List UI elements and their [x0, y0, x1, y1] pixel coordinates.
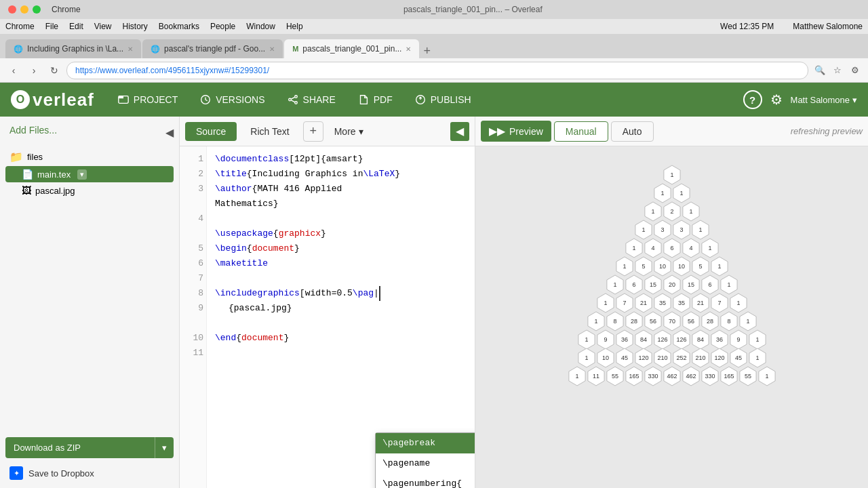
preview-button[interactable]: ▶▶ Preview — [481, 121, 551, 142]
richtext-tab[interactable]: Rich Text — [239, 122, 300, 141]
svg-text:84: 84 — [696, 336, 703, 343]
svg-text:1: 1 — [698, 226, 702, 233]
tab-close-3[interactable]: ✕ — [406, 45, 411, 53]
menu-view[interactable]: View — [94, 22, 112, 31]
dropbox-icon: ✦ — [9, 466, 23, 480]
code-line-1: \documentclass[12pt]{amsart} — [215, 152, 467, 167]
svg-text:4: 4 — [689, 245, 692, 251]
pascal-jpg-file[interactable]: 🖼 pascal.jpg — [5, 182, 174, 199]
search-icon[interactable]: 🔍 — [812, 63, 827, 78]
file-menu-icon[interactable]: ▾ — [77, 169, 87, 180]
user-chevron-icon: ▾ — [852, 95, 857, 105]
reload-button[interactable]: ↻ — [46, 62, 62, 79]
svg-text:15: 15 — [649, 281, 656, 288]
more-button[interactable]: More ▾ — [326, 122, 372, 141]
auto-tab[interactable]: Auto — [611, 121, 654, 142]
source-tab[interactable]: Source — [185, 122, 237, 141]
svg-text:1: 1 — [585, 354, 588, 361]
preview-label: Preview — [509, 126, 543, 137]
editor-area: Source Rich Text + More ▾ ◀ 123 4 56789 … — [180, 117, 475, 488]
svg-text:1: 1 — [632, 245, 635, 251]
code-line-3b: Mathematics} — [215, 197, 467, 211]
pdf-button[interactable]: PDF — [348, 89, 402, 110]
svg-point-3 — [294, 96, 297, 98]
code-line-3: \author{MATH 416 Applied — [215, 182, 467, 197]
tab-close-1[interactable]: ✕ — [127, 45, 133, 53]
settings-button[interactable]: ⚙ — [770, 92, 783, 108]
menu-help[interactable]: Help — [286, 22, 303, 31]
collapse-sidebar-button[interactable]: ◀ — [165, 126, 174, 139]
extensions-icon[interactable]: ⚙ — [848, 63, 863, 78]
svg-text:55: 55 — [611, 373, 618, 380]
code-line-9b: {pascal.jpg} — [215, 301, 467, 316]
tab-title-1: Including Graphics in \La... — [27, 44, 123, 54]
svg-text:210: 210 — [695, 354, 705, 361]
code-line-10 — [215, 316, 467, 331]
tab-close-2[interactable]: ✕ — [269, 45, 275, 53]
versions-label: VERSIONS — [216, 94, 264, 105]
code-editor[interactable]: \documentclass[12pt]{amsart} \title{Incl… — [207, 146, 475, 488]
menu-window[interactable]: Window — [246, 22, 275, 31]
bookmark-icon[interactable]: ☆ — [830, 63, 845, 78]
add-file-button[interactable]: + — [303, 121, 323, 142]
svg-text:84: 84 — [639, 336, 646, 343]
svg-text:165: 165 — [724, 373, 734, 380]
menu-bookmarks[interactable]: Bookmarks — [159, 22, 199, 31]
browser-tab-1[interactable]: 🌐 Including Graphics in \La... ✕ — [5, 39, 141, 58]
browser-tab-3[interactable]: M pascals_triangle_001_pin... ✕ — [284, 39, 419, 58]
svg-text:1: 1 — [755, 354, 759, 361]
file-tree: 📁 files 📄 main.tex ▾ 🖼 pascal.jpg — [5, 148, 174, 426]
manual-tab[interactable]: Manual — [554, 121, 608, 142]
add-files-button[interactable]: Add Files... — [5, 122, 61, 138]
menu-edit[interactable]: Edit — [69, 22, 83, 31]
back-button[interactable]: ‹ — [5, 62, 22, 79]
close-button[interactable] — [8, 5, 16, 14]
code-line-6: \begin{document} — [215, 241, 467, 256]
help-button[interactable]: ? — [743, 90, 762, 109]
menu-chrome[interactable]: Chrome — [5, 22, 35, 31]
menu-file[interactable]: File — [45, 22, 58, 31]
svg-text:10: 10 — [601, 354, 608, 361]
download-arrow-icon[interactable]: ▾ — [155, 437, 174, 458]
svg-line-7 — [291, 100, 294, 102]
overleaf-logo[interactable]: O verleaf — [11, 89, 94, 110]
header-right: ? ⚙ Matt Salomone ▾ — [743, 90, 857, 109]
preview-toolbar: ▶▶ Preview Manual Auto refreshing previe… — [475, 117, 868, 146]
svg-text:6: 6 — [708, 281, 711, 288]
publish-button[interactable]: PUBLISH — [405, 89, 481, 110]
autocomplete-item-pagenumbering[interactable]: \pagenumbering{ — [376, 474, 475, 488]
svg-text:1: 1 — [642, 226, 645, 233]
svg-text:1: 1 — [594, 318, 597, 325]
download-zip-label[interactable]: Download as ZIP — [5, 437, 155, 458]
project-icon — [117, 94, 130, 106]
autocomplete-item-pagebreak[interactable]: \pagebreak — [376, 433, 475, 453]
svg-text:8: 8 — [727, 318, 730, 325]
dropbox-label: Save to Dropbox — [28, 468, 94, 479]
share-button[interactable]: SHARE — [277, 89, 345, 110]
versions-icon — [199, 94, 212, 106]
minimize-button[interactable] — [20, 5, 28, 14]
collapse-editor-button[interactable]: ◀ — [450, 122, 469, 141]
svg-text:36: 36 — [715, 336, 722, 343]
autocomplete-item-pagename[interactable]: \pagename — [376, 453, 475, 474]
svg-text:210: 210 — [657, 354, 667, 361]
files-folder[interactable]: 📁 files — [5, 148, 174, 166]
main-tex-file[interactable]: 📄 main.tex ▾ — [5, 166, 174, 182]
new-tab-button[interactable]: + — [423, 44, 431, 58]
fullscreen-button[interactable] — [33, 5, 41, 14]
menu-people[interactable]: People — [210, 22, 235, 31]
forward-button[interactable]: › — [26, 62, 42, 79]
download-zip-button[interactable]: Download as ZIP ▾ — [5, 437, 174, 458]
browser-tab-2[interactable]: 🌐 pascal's triangle pdf - Goo... ✕ — [142, 39, 283, 58]
code-line-4 — [215, 211, 467, 226]
svg-text:1: 1 — [746, 318, 749, 325]
svg-text:70: 70 — [668, 318, 675, 325]
url-input[interactable]: https://www.overleaf.com/4956115xjyxnw#/… — [66, 62, 808, 79]
versions-button[interactable]: VERSIONS — [190, 89, 274, 110]
svg-text:45: 45 — [734, 354, 741, 361]
save-to-dropbox-button[interactable]: ✦ Save to Dropbox — [5, 464, 174, 483]
project-button[interactable]: PROJECT — [108, 89, 187, 110]
menu-history[interactable]: History — [123, 22, 148, 31]
user-menu[interactable]: Matt Salomone ▾ — [791, 95, 857, 105]
svg-text:1: 1 — [717, 263, 721, 270]
